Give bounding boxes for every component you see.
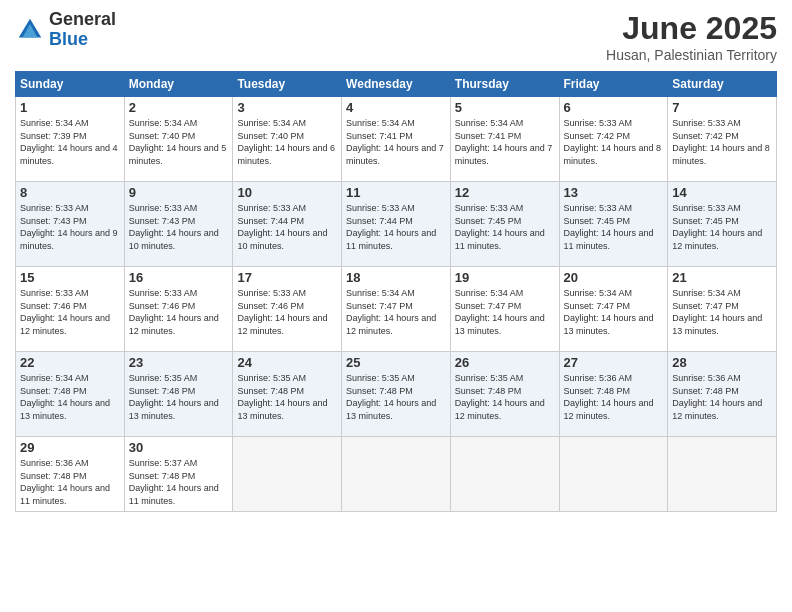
logo-icon [15, 15, 45, 45]
calendar-cell: 7Sunrise: 5:33 AMSunset: 7:42 PMDaylight… [668, 97, 777, 182]
calendar-table: SundayMondayTuesdayWednesdayThursdayFrid… [15, 71, 777, 512]
calendar-cell: 20Sunrise: 5:34 AMSunset: 7:47 PMDayligh… [559, 267, 668, 352]
calendar-cell [559, 437, 668, 512]
calendar-cell [450, 437, 559, 512]
cell-details: Sunrise: 5:34 AMSunset: 7:41 PMDaylight:… [346, 117, 446, 167]
calendar-cell: 13Sunrise: 5:33 AMSunset: 7:45 PMDayligh… [559, 182, 668, 267]
day-number: 4 [346, 100, 446, 115]
calendar-cell: 18Sunrise: 5:34 AMSunset: 7:47 PMDayligh… [342, 267, 451, 352]
day-number: 30 [129, 440, 229, 455]
cell-details: Sunrise: 5:33 AMSunset: 7:45 PMDaylight:… [455, 202, 555, 252]
calendar-week-row: 29Sunrise: 5:36 AMSunset: 7:48 PMDayligh… [16, 437, 777, 512]
cell-details: Sunrise: 5:36 AMSunset: 7:48 PMDaylight:… [564, 372, 664, 422]
calendar-cell: 17Sunrise: 5:33 AMSunset: 7:46 PMDayligh… [233, 267, 342, 352]
day-number: 24 [237, 355, 337, 370]
calendar-cell: 19Sunrise: 5:34 AMSunset: 7:47 PMDayligh… [450, 267, 559, 352]
calendar-week-row: 8Sunrise: 5:33 AMSunset: 7:43 PMDaylight… [16, 182, 777, 267]
cell-details: Sunrise: 5:36 AMSunset: 7:48 PMDaylight:… [20, 457, 120, 507]
cell-details: Sunrise: 5:34 AMSunset: 7:47 PMDaylight:… [346, 287, 446, 337]
day-number: 23 [129, 355, 229, 370]
calendar-cell: 8Sunrise: 5:33 AMSunset: 7:43 PMDaylight… [16, 182, 125, 267]
calendar-cell: 22Sunrise: 5:34 AMSunset: 7:48 PMDayligh… [16, 352, 125, 437]
logo-blue: Blue [49, 30, 116, 50]
calendar-cell: 26Sunrise: 5:35 AMSunset: 7:48 PMDayligh… [450, 352, 559, 437]
calendar-header-saturday: Saturday [668, 72, 777, 97]
calendar-week-row: 1Sunrise: 5:34 AMSunset: 7:39 PMDaylight… [16, 97, 777, 182]
cell-details: Sunrise: 5:34 AMSunset: 7:48 PMDaylight:… [20, 372, 120, 422]
cell-details: Sunrise: 5:34 AMSunset: 7:47 PMDaylight:… [672, 287, 772, 337]
calendar-cell: 10Sunrise: 5:33 AMSunset: 7:44 PMDayligh… [233, 182, 342, 267]
cell-details: Sunrise: 5:35 AMSunset: 7:48 PMDaylight:… [455, 372, 555, 422]
cell-details: Sunrise: 5:33 AMSunset: 7:42 PMDaylight:… [672, 117, 772, 167]
page: General Blue June 2025 Husan, Palestinia… [0, 0, 792, 612]
calendar-cell: 3Sunrise: 5:34 AMSunset: 7:40 PMDaylight… [233, 97, 342, 182]
calendar-cell: 28Sunrise: 5:36 AMSunset: 7:48 PMDayligh… [668, 352, 777, 437]
cell-details: Sunrise: 5:33 AMSunset: 7:43 PMDaylight:… [20, 202, 120, 252]
cell-details: Sunrise: 5:34 AMSunset: 7:47 PMDaylight:… [564, 287, 664, 337]
day-number: 21 [672, 270, 772, 285]
calendar-header-row: SundayMondayTuesdayWednesdayThursdayFrid… [16, 72, 777, 97]
cell-details: Sunrise: 5:34 AMSunset: 7:39 PMDaylight:… [20, 117, 120, 167]
cell-details: Sunrise: 5:33 AMSunset: 7:45 PMDaylight:… [564, 202, 664, 252]
calendar-cell [668, 437, 777, 512]
day-number: 9 [129, 185, 229, 200]
calendar-cell: 24Sunrise: 5:35 AMSunset: 7:48 PMDayligh… [233, 352, 342, 437]
calendar-cell: 11Sunrise: 5:33 AMSunset: 7:44 PMDayligh… [342, 182, 451, 267]
day-number: 13 [564, 185, 664, 200]
calendar-cell: 14Sunrise: 5:33 AMSunset: 7:45 PMDayligh… [668, 182, 777, 267]
day-number: 15 [20, 270, 120, 285]
calendar-cell: 15Sunrise: 5:33 AMSunset: 7:46 PMDayligh… [16, 267, 125, 352]
day-number: 29 [20, 440, 120, 455]
logo: General Blue [15, 10, 116, 50]
calendar-cell: 21Sunrise: 5:34 AMSunset: 7:47 PMDayligh… [668, 267, 777, 352]
calendar-cell: 12Sunrise: 5:33 AMSunset: 7:45 PMDayligh… [450, 182, 559, 267]
day-number: 6 [564, 100, 664, 115]
calendar-cell: 6Sunrise: 5:33 AMSunset: 7:42 PMDaylight… [559, 97, 668, 182]
title-area: June 2025 Husan, Palestinian Territory [606, 10, 777, 63]
day-number: 2 [129, 100, 229, 115]
calendar-cell: 2Sunrise: 5:34 AMSunset: 7:40 PMDaylight… [124, 97, 233, 182]
calendar-cell [342, 437, 451, 512]
calendar-cell: 1Sunrise: 5:34 AMSunset: 7:39 PMDaylight… [16, 97, 125, 182]
cell-details: Sunrise: 5:33 AMSunset: 7:46 PMDaylight:… [129, 287, 229, 337]
cell-details: Sunrise: 5:33 AMSunset: 7:44 PMDaylight:… [346, 202, 446, 252]
calendar-cell: 30Sunrise: 5:37 AMSunset: 7:48 PMDayligh… [124, 437, 233, 512]
calendar-cell: 25Sunrise: 5:35 AMSunset: 7:48 PMDayligh… [342, 352, 451, 437]
day-number: 14 [672, 185, 772, 200]
cell-details: Sunrise: 5:36 AMSunset: 7:48 PMDaylight:… [672, 372, 772, 422]
cell-details: Sunrise: 5:33 AMSunset: 7:45 PMDaylight:… [672, 202, 772, 252]
day-number: 5 [455, 100, 555, 115]
calendar-cell [233, 437, 342, 512]
day-number: 17 [237, 270, 337, 285]
cell-details: Sunrise: 5:35 AMSunset: 7:48 PMDaylight:… [129, 372, 229, 422]
logo-text: General Blue [49, 10, 116, 50]
day-number: 3 [237, 100, 337, 115]
calendar-header-monday: Monday [124, 72, 233, 97]
cell-details: Sunrise: 5:34 AMSunset: 7:40 PMDaylight:… [129, 117, 229, 167]
calendar-cell: 4Sunrise: 5:34 AMSunset: 7:41 PMDaylight… [342, 97, 451, 182]
logo-general: General [49, 10, 116, 30]
day-number: 28 [672, 355, 772, 370]
calendar-week-row: 22Sunrise: 5:34 AMSunset: 7:48 PMDayligh… [16, 352, 777, 437]
day-number: 19 [455, 270, 555, 285]
calendar-header-thursday: Thursday [450, 72, 559, 97]
cell-details: Sunrise: 5:35 AMSunset: 7:48 PMDaylight:… [346, 372, 446, 422]
calendar-header-wednesday: Wednesday [342, 72, 451, 97]
day-number: 26 [455, 355, 555, 370]
location: Husan, Palestinian Territory [606, 47, 777, 63]
calendar-cell: 27Sunrise: 5:36 AMSunset: 7:48 PMDayligh… [559, 352, 668, 437]
cell-details: Sunrise: 5:34 AMSunset: 7:41 PMDaylight:… [455, 117, 555, 167]
day-number: 16 [129, 270, 229, 285]
day-number: 7 [672, 100, 772, 115]
calendar-header-sunday: Sunday [16, 72, 125, 97]
cell-details: Sunrise: 5:33 AMSunset: 7:46 PMDaylight:… [237, 287, 337, 337]
day-number: 10 [237, 185, 337, 200]
calendar-header-tuesday: Tuesday [233, 72, 342, 97]
header: General Blue June 2025 Husan, Palestinia… [15, 10, 777, 63]
day-number: 1 [20, 100, 120, 115]
day-number: 22 [20, 355, 120, 370]
calendar-cell: 23Sunrise: 5:35 AMSunset: 7:48 PMDayligh… [124, 352, 233, 437]
cell-details: Sunrise: 5:33 AMSunset: 7:43 PMDaylight:… [129, 202, 229, 252]
calendar-week-row: 15Sunrise: 5:33 AMSunset: 7:46 PMDayligh… [16, 267, 777, 352]
day-number: 11 [346, 185, 446, 200]
